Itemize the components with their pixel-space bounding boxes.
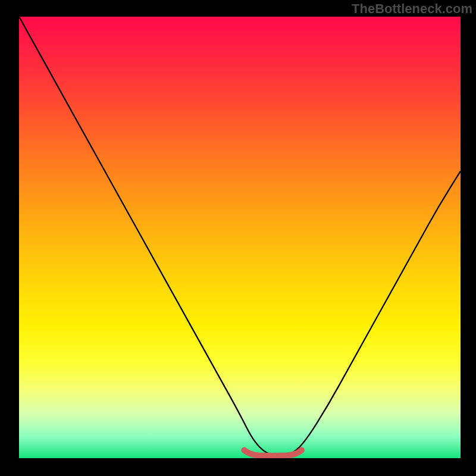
watermark-text: TheBottleneck.com	[352, 1, 472, 17]
chart-plot-area	[19, 17, 461, 458]
chart-line-series	[19, 17, 461, 455]
chart-highlight-segment	[244, 450, 301, 456]
chart-svg	[19, 17, 461, 458]
